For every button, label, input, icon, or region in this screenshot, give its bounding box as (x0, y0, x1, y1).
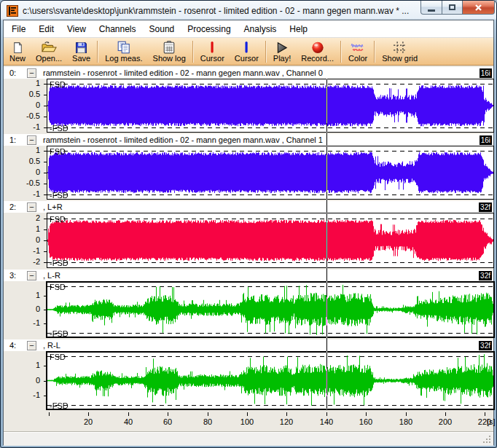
record-button[interactable]: Record... (296, 39, 339, 64)
x-tick-label: 100 (240, 417, 254, 426)
play-icon (275, 39, 289, 54)
y-tick-label: 0.5 (4, 90, 40, 98)
y-tick-mark (44, 127, 47, 128)
play-button[interactable]: Play! (268, 39, 296, 64)
toolbar: NewOpen...SaveLog meas.Show logCursorCur… (4, 38, 493, 66)
cursor-button[interactable]: Cursor (195, 39, 230, 64)
menu-sound[interactable]: Sound (144, 23, 181, 36)
y-tick-mark (44, 173, 47, 173)
close-button[interactable] (463, 1, 495, 15)
x-tick-mark (286, 412, 287, 416)
y-tick-label: 0 (4, 235, 40, 244)
x-tick-mark (49, 412, 50, 416)
menu-channels[interactable]: Channels (93, 23, 142, 36)
waveform-canvas-0[interactable] (47, 79, 493, 132)
x-tick-mark (326, 412, 327, 416)
show-grid-button[interactable]: Show grid (377, 39, 423, 64)
y-tick-mark (44, 366, 47, 366)
toolbar-button-label: Log meas. (105, 54, 142, 63)
y-tick-mark (44, 95, 47, 95)
save-button[interactable]: Save (67, 39, 95, 64)
waveform-plot-3[interactable] (46, 281, 495, 338)
new-button[interactable]: New (4, 39, 31, 64)
toolbar-separator (265, 41, 267, 63)
menu-processing[interactable]: Processing (181, 23, 236, 36)
channel-index-label: 4: (4, 341, 21, 350)
waveform-plot-0[interactable] (47, 79, 494, 133)
collapse-button[interactable]: − (27, 271, 36, 280)
close-icon (474, 4, 482, 12)
maximize-button[interactable] (442, 1, 463, 15)
x-tick-label: 60 (163, 417, 172, 426)
collapse-button[interactable]: − (27, 203, 36, 212)
open-button[interactable]: Open... (31, 39, 67, 64)
menu-bar: FileEditViewChannelsSoundProcessingAnaly… (4, 20, 493, 38)
collapse-button[interactable]: − (27, 341, 36, 350)
y-tick-mark (44, 240, 47, 241)
waveform-canvas-3[interactable] (47, 283, 493, 337)
menu-file[interactable]: File (6, 23, 31, 36)
log-meas-button[interactable]: Log meas. (100, 39, 147, 64)
minimize-button[interactable] (420, 1, 442, 15)
playback-cursor[interactable] (326, 79, 327, 409)
time-axis: 20406080100120140160180200220[s] (47, 412, 496, 431)
toolbar-separator (97, 41, 98, 63)
sample-format-badge: 32f (479, 203, 492, 212)
x-tick-label: 120 (280, 417, 293, 426)
waveform-plot-1[interactable] (47, 146, 494, 200)
toolbar-button-label: Open... (36, 54, 62, 63)
menu-edit[interactable]: Edit (33, 23, 60, 36)
show-log-icon (163, 39, 176, 54)
waveform-canvas-1[interactable] (47, 146, 493, 199)
y-tick-label: -1 (4, 122, 40, 131)
color-button[interactable]: Color (343, 39, 372, 64)
toolbar-button-label: Show grid (382, 54, 418, 63)
x-tick-mark (247, 412, 248, 416)
y-tick-label: -0.5 (4, 111, 40, 120)
x-tick-label: 180 (399, 417, 412, 426)
waveform-canvas-2[interactable] (47, 213, 493, 267)
cursor-button[interactable]: Cursor (230, 39, 264, 64)
x-tick-label: 20 (84, 417, 93, 426)
title-bar[interactable]: c:\users\svante\desktop\junk\rammstein -… (1, 1, 496, 20)
waveform-plot-4[interactable] (46, 351, 495, 410)
x-tick-mark (88, 412, 89, 416)
y-tick-label: 0 (4, 168, 40, 176)
status-text (4, 435, 8, 444)
resize-grip[interactable] (483, 436, 492, 444)
x-tick-mark (406, 412, 407, 416)
waveform-plot-2[interactable] (47, 213, 494, 268)
collapse-button[interactable]: − (27, 135, 36, 145)
waveform-canvas-4[interactable] (47, 353, 493, 409)
y-tick-label: -0.5 (4, 178, 40, 187)
y-tick-mark (44, 381, 47, 382)
y-tick-label: 0 (4, 101, 40, 109)
content-area: 0:−rammstein - rosenrot - limited editio… (4, 66, 493, 444)
collapse-button[interactable]: − (27, 68, 36, 78)
cursor-red-icon (209, 39, 215, 54)
y-tick-mark (44, 151, 47, 152)
status-bar (4, 431, 493, 446)
y-tick-mark (44, 296, 47, 296)
menu-help[interactable]: Help (283, 23, 313, 36)
menu-view[interactable]: View (61, 23, 92, 36)
menu-analysis[interactable]: Analysis (238, 23, 283, 36)
y-tick-mark (44, 162, 47, 162)
maximize-icon (449, 4, 455, 10)
channels-stack: 0:−rammstein - rosenrot - limited editio… (4, 67, 493, 410)
channel-row-2: 2:−, L+R32f210-1-2 (4, 201, 493, 268)
channel-row-4: 4:−, R-L32f10-1 (4, 339, 493, 410)
channel-title: rammstein - rosenrot - limited edition -… (43, 135, 480, 144)
toolbar-separator (340, 41, 342, 63)
y-tick-label: 1 (4, 291, 40, 299)
y-tick-mark (44, 219, 47, 219)
sample-format-badge: 32f (479, 271, 492, 280)
channel-header-0: 0:−rammstein - rosenrot - limited editio… (4, 67, 493, 79)
y-tick-mark (44, 251, 47, 252)
save-floppy-icon (75, 39, 87, 54)
show-log-button[interactable]: Show log (148, 39, 191, 64)
window-title: c:\users\svante\desktop\junk\rammstein -… (23, 6, 416, 16)
y-tick-label: 0 (4, 376, 40, 385)
channel-row-0: 0:−rammstein - rosenrot - limited editio… (4, 67, 493, 133)
y-tick-mark (44, 323, 47, 324)
